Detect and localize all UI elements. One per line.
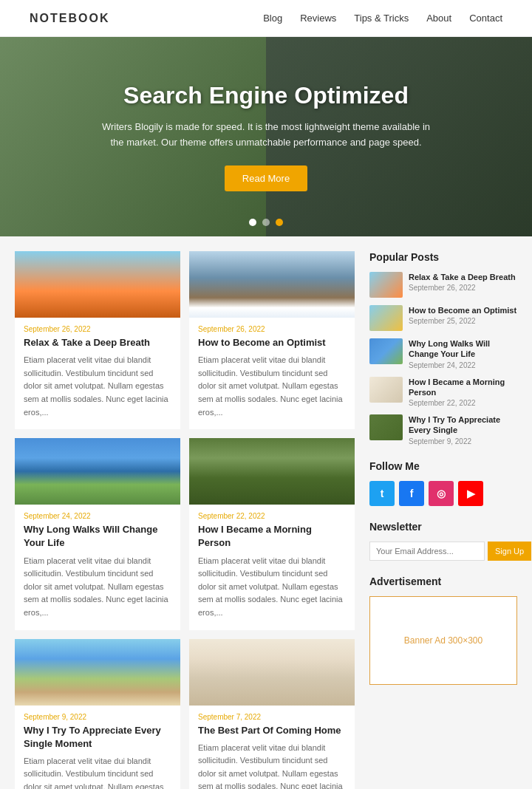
post-excerpt: Etiam placerat velit vitae dui blandit s… [24, 354, 171, 419]
brand[interactable]: NOTEBOOK [30, 12, 109, 25]
post-title[interactable]: How I Became a Morning Person [198, 523, 346, 550]
ad-box: Banner Ad 300×300 [369, 596, 517, 685]
popular-posts-title: Popular Posts [369, 251, 517, 263]
post-card-body: September 9, 2022 Why I Try To Appreciat… [15, 706, 180, 790]
hero-subtitle: Writers Blogily is made for speed. It is… [96, 120, 436, 151]
post-image-1 [15, 251, 180, 318]
popular-post-name: Why I Try To Appreciate Every Single [409, 414, 517, 436]
popular-post-text: How I Became a Morning Person September … [409, 377, 517, 408]
popular-post-text: Why I Try To Appreciate Every Single Sep… [409, 414, 517, 445]
popular-post-text: Relax & Take a Deep Breath September 26,… [409, 272, 516, 292]
popular-post-item[interactable]: Why Long Walks Will Change Your Life Sep… [369, 338, 517, 369]
read-more-button[interactable]: Read More [225, 165, 307, 191]
post-excerpt: Etiam placerat velit vitae dui blandit s… [198, 555, 346, 620]
nav-item-reviews[interactable]: Reviews [300, 13, 336, 24]
post-excerpt: Etiam placerat velit vitae dui blandit s… [198, 354, 346, 419]
posts-grid: September 26, 2022 Relax & Take a Deep B… [15, 251, 355, 789]
post-title[interactable]: The Best Part Of Coming Home [198, 724, 346, 737]
hero-dot-1[interactable] [249, 219, 256, 226]
popular-post-date: September 24, 2022 [409, 361, 517, 369]
ad-box-text: Banner Ad 300×300 [404, 635, 482, 646]
hero-dots [249, 219, 283, 226]
social-icons: t f ◎ ▶ [369, 481, 517, 506]
popular-post-image-2 [369, 305, 403, 331]
post-excerpt: Etiam placerat velit vitae dui blandit s… [198, 742, 346, 789]
newsletter-section: Newsletter Sign Up [369, 521, 517, 561]
follow-section: Follow Me t f ◎ ▶ [369, 460, 517, 506]
post-card: September 26, 2022 Relax & Take a Deep B… [15, 251, 180, 429]
advertisement-title: Advertisement [369, 575, 517, 587]
post-card-body: September 26, 2022 How to Become an Opti… [189, 318, 355, 429]
popular-post-date: September 9, 2022 [409, 437, 517, 445]
popular-post-name: How to Become an Optimist [409, 305, 516, 315]
post-title[interactable]: How to Become an Optimist [198, 336, 346, 349]
newsletter-email-input[interactable] [369, 542, 485, 561]
popular-post-item[interactable]: Why I Try To Appreciate Every Single Sep… [369, 414, 517, 445]
post-image-5 [15, 639, 180, 706]
post-image-6 [189, 639, 355, 706]
popular-post-text: How to Become an Optimist September 25, … [409, 305, 516, 325]
twitter-icon[interactable]: t [369, 481, 395, 506]
post-card-body: September 26, 2022 Relax & Take a Deep B… [15, 318, 180, 429]
hero-dot-3[interactable] [276, 219, 283, 226]
popular-post-name: How I Became a Morning Person [409, 377, 517, 398]
post-title[interactable]: Relax & Take a Deep Breath [24, 336, 171, 349]
popular-post-image-1 [369, 272, 403, 298]
post-image-2 [189, 251, 355, 318]
newsletter-title: Newsletter [369, 521, 517, 533]
post-excerpt: Etiam placerat velit vitae dui blandit s… [24, 755, 171, 789]
popular-post-name: Relax & Take a Deep Breath [409, 272, 516, 282]
nav-item-tips[interactable]: Tips & Tricks [354, 13, 409, 24]
hero-title: Search Engine Optimized [96, 82, 436, 109]
post-date: September 7, 2022 [198, 713, 346, 721]
hero-dot-2[interactable] [262, 219, 270, 226]
popular-post-image-5 [369, 414, 403, 440]
popular-post-item[interactable]: How to Become an Optimist September 25, … [369, 305, 517, 331]
popular-post-text: Why Long Walks Will Change Your Life Sep… [409, 338, 517, 369]
post-card: September 9, 2022 Why I Try To Appreciat… [15, 639, 180, 790]
post-card: September 24, 2022 Why Long Walks Will C… [15, 438, 180, 629]
popular-post-date: September 25, 2022 [409, 317, 516, 325]
post-card-body: September 7, 2022 The Best Part Of Comin… [189, 706, 355, 790]
popular-post-image-4 [369, 377, 403, 403]
post-date: September 22, 2022 [198, 512, 346, 520]
post-image-4 [189, 438, 355, 505]
popular-posts-section: Popular Posts Relax & Take a Deep Breath… [369, 251, 517, 445]
navbar: NOTEBOOK Blog Reviews Tips & Tricks Abou… [0, 0, 532, 37]
youtube-icon[interactable]: ▶ [458, 481, 483, 506]
popular-post-item[interactable]: Relax & Take a Deep Breath September 26,… [369, 272, 517, 298]
advertisement-section: Advertisement Banner Ad 300×300 [369, 575, 517, 685]
hero-section: Search Engine Optimized Writers Blogily … [0, 37, 532, 236]
post-card: September 22, 2022 How I Became a Mornin… [189, 438, 355, 629]
nav-item-contact[interactable]: Contact [469, 13, 502, 24]
newsletter-signup-button[interactable]: Sign Up [488, 542, 531, 561]
popular-post-date: September 26, 2022 [409, 284, 516, 292]
post-card-body: September 24, 2022 Why Long Walks Will C… [15, 505, 180, 629]
newsletter-form: Sign Up [369, 542, 517, 561]
popular-post-name: Why Long Walks Will Change Your Life [409, 338, 517, 360]
popular-post-image-3 [369, 338, 403, 364]
post-card: September 7, 2022 The Best Part Of Comin… [189, 639, 355, 790]
post-card-body: September 22, 2022 How I Became a Mornin… [189, 505, 355, 629]
follow-title: Follow Me [369, 460, 517, 472]
post-date: September 9, 2022 [24, 713, 171, 721]
instagram-icon[interactable]: ◎ [429, 481, 454, 506]
post-title[interactable]: Why Long Walks Will Change Your Life [24, 523, 171, 550]
post-date: September 24, 2022 [24, 512, 171, 520]
nav-menu: Blog Reviews Tips & Tricks About Contact [263, 13, 502, 24]
posts-column: September 26, 2022 Relax & Take a Deep B… [15, 251, 355, 789]
post-date: September 26, 2022 [198, 325, 346, 333]
post-card: September 26, 2022 How to Become an Opti… [189, 251, 355, 429]
popular-post-date: September 22, 2022 [409, 399, 517, 407]
nav-item-about[interactable]: About [426, 13, 451, 24]
post-image-3 [15, 438, 180, 505]
post-date: September 26, 2022 [24, 325, 171, 333]
post-title[interactable]: Why I Try To Appreciate Every Single Mom… [24, 724, 171, 751]
sidebar: Popular Posts Relax & Take a Deep Breath… [369, 251, 517, 789]
post-excerpt: Etiam placerat velit vitae dui blandit s… [24, 555, 171, 620]
facebook-icon[interactable]: f [399, 481, 424, 506]
hero-content: Search Engine Optimized Writers Blogily … [81, 67, 451, 206]
nav-item-blog[interactable]: Blog [263, 13, 282, 24]
main-container: September 26, 2022 Relax & Take a Deep B… [0, 236, 532, 789]
popular-post-item[interactable]: How I Became a Morning Person September … [369, 377, 517, 408]
